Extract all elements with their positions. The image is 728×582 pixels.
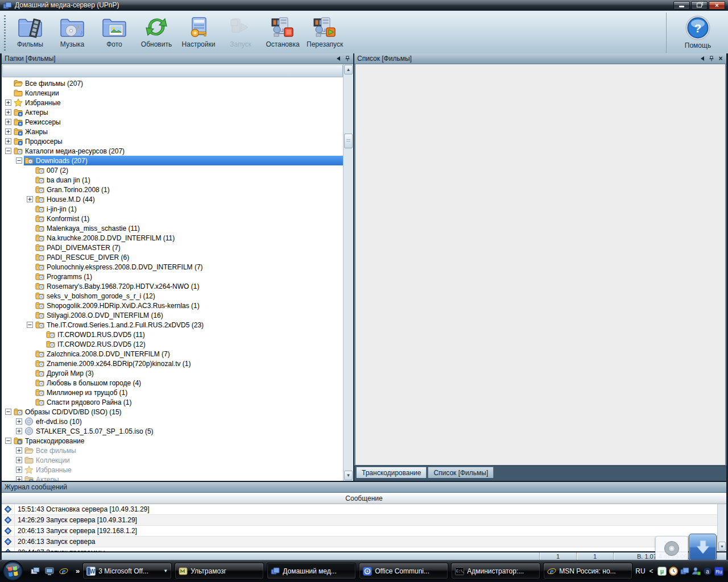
language-indicator[interactable]: RU — [635, 567, 645, 575]
tree-item-content[interactable]: IT.CROWD2.RUS.DVD5 (12) — [46, 339, 344, 349]
tree-item-content[interactable]: Транскодирование — [13, 436, 344, 446]
tree-expander-icon[interactable] — [5, 119, 13, 125]
tree-item-content[interactable]: Коллекции — [24, 455, 344, 465]
tree-item[interactable]: Konformist (1) — [2, 214, 344, 223]
tree-item[interactable]: Все фильмы (207) — [2, 78, 344, 88]
tree-expander-icon[interactable] — [16, 476, 24, 481]
tree-item-content[interactable]: Все фильмы — [24, 446, 344, 455]
tree-item-content[interactable]: Режиссеры — [13, 117, 344, 127]
tree-item-content[interactable]: Коллекции — [13, 88, 344, 98]
tree-item[interactable]: seks_v_bolshom_gorode_s_r_i (12) — [2, 291, 344, 301]
scroll-up-icon[interactable]: ▲ — [344, 65, 353, 74]
tray-tray-clock-icon[interactable] — [669, 567, 678, 576]
tree-item[interactable]: Миллионер из трущоб (1) — [2, 388, 344, 397]
collapse-left-icon[interactable] — [336, 56, 341, 61]
tree-item-content[interactable]: The.IT.Crowd.Series.1.and.2.Full.RUS.2xD… — [35, 320, 344, 330]
tree-item-content[interactable]: Любовь в большом городе (4) — [35, 378, 344, 388]
quick-launch-more-chevron[interactable]: » — [76, 567, 80, 575]
tree-expander-icon[interactable] — [16, 418, 24, 425]
media-list-area[interactable] — [355, 64, 726, 465]
tree-item[interactable]: 007 (2) — [2, 165, 344, 175]
tree-item-content[interactable]: Все фильмы (207) — [13, 78, 344, 88]
tree-expander-icon[interactable] — [5, 109, 13, 115]
toolbar-button-music[interactable]: ♪♪ Музыка — [51, 13, 93, 48]
tray-a-circle-icon[interactable]: a — [703, 567, 712, 576]
tree-item[interactable]: Znamenie.2009.x264.BDRip(720p)kinozal.tv… — [2, 359, 344, 368]
tree-item[interactable]: Другой Мир (3) — [2, 368, 344, 378]
toolbar-button-movies[interactable]: Фильмы — [9, 13, 51, 48]
pin-icon[interactable] — [709, 56, 714, 61]
scroll-down-icon[interactable]: ▼ — [344, 471, 353, 480]
tree-item-content[interactable]: Избранные — [24, 465, 344, 475]
tree-item[interactable]: Продюсеры — [2, 136, 344, 146]
tray-utorrent-icon[interactable]: µ — [657, 567, 667, 576]
tree-item-selected[interactable]: Downloads (207) — [24, 156, 344, 165]
tree-item[interactable]: Programms (1) — [2, 272, 344, 281]
log-row[interactable]: 20:44:07 Запуск программы — [2, 547, 726, 552]
tree-item-content[interactable]: Gran.Torino.2008 (1) — [35, 185, 344, 194]
taskbar-button-cmd[interactable]: C:\_ Администратор:... — [451, 563, 540, 579]
taskbar-button-ultra[interactable]: Ультрамозг — [175, 563, 264, 579]
tree-item-content[interactable]: Каталоги медиа-ресурсов (207) — [13, 146, 344, 156]
tree-item[interactable]: efr-dvd.iso (10) — [2, 417, 344, 426]
tree-item-content[interactable]: i-jin-jin (1) — [35, 204, 344, 214]
disc-overlay-button[interactable] — [655, 536, 688, 561]
log-row[interactable]: 14:26:29 Запуск сервера [10.49.31.29] — [2, 515, 726, 526]
tree-item[interactable]: Stilyagi.2008.O.DVD_INTERFILM (16) — [2, 310, 344, 320]
tab-active[interactable]: Транскодирование — [356, 467, 427, 478]
tree-expander-icon[interactable] — [27, 322, 35, 328]
tree-item-content[interactable]: Другой Мир (3) — [35, 368, 344, 378]
tree-expander-icon[interactable] — [16, 467, 24, 473]
tree-item-content[interactable]: Rosemary's.Baby.1968.720p.HDTV.x264-NWO … — [35, 281, 344, 291]
tree-item[interactable]: i-jin-jin (1) — [2, 204, 344, 214]
collapse-right-icon[interactable] — [700, 56, 705, 61]
tree-item-content[interactable]: Polunochniy.ekspress.2008.D.DVD_INTERFIL… — [35, 262, 344, 272]
tree-item-content[interactable]: Zalozhnica.2008.D.DVD_INTERFILM (7) — [35, 349, 344, 359]
tree-item-content[interactable]: Znamenie.2009.x264.BDRip(720p)kinozal.tv… — [35, 359, 344, 368]
pin-icon[interactable] — [345, 56, 350, 61]
tree-item[interactable]: Na.kruchke.2008.D.DVD_INTERFILM (11) — [2, 233, 344, 243]
tree-item[interactable]: PADI_DIVEMASTER (7) — [2, 243, 344, 252]
toolbar-button-refresh[interactable]: Обновить — [135, 13, 177, 48]
tree-item[interactable]: Downloads (207) — [2, 156, 344, 165]
scroll-thumb[interactable] — [344, 134, 353, 148]
tree-expander-icon[interactable] — [16, 157, 24, 164]
tree-item[interactable]: Избранные — [2, 465, 344, 475]
tree-expander-icon[interactable] — [16, 457, 24, 463]
tree-expander-icon[interactable] — [5, 438, 13, 444]
tree-item-content[interactable]: Миллионер из трущоб (1) — [35, 388, 344, 397]
tray-ru-badge-icon[interactable]: Ru — [714, 567, 723, 576]
tree-item[interactable]: Коллекции — [2, 455, 344, 465]
log-row[interactable]: 15:51:43 Остановка сервера [10.49.31.29] — [2, 504, 726, 515]
tree-scrollbar[interactable]: ▲ ▼ — [343, 64, 353, 481]
tree-expander-icon[interactable] — [27, 196, 35, 202]
tree-item-content[interactable]: Stilyagi.2008.O.DVD_INTERFILM (16) — [35, 310, 344, 320]
tree-item-content[interactable]: Актеры — [13, 107, 344, 117]
scroll-down-icon[interactable]: ▼ — [718, 542, 726, 551]
toolbar-button-photo[interactable]: Фото — [93, 13, 135, 48]
quicklaunch-desktop-icon[interactable] — [31, 567, 40, 576]
tree-item-content[interactable]: ba duan jin (1) — [35, 175, 344, 185]
tree-item[interactable]: The.IT.Crowd.Series.1.and.2.Full.RUS.2xD… — [2, 320, 344, 330]
tree-item[interactable]: Актеры — [2, 107, 344, 117]
tree-item-content[interactable]: Na.kruchke.2008.D.DVD_INTERFILM (11) — [35, 233, 344, 243]
quicklaunch-display-icon[interactable] — [45, 567, 54, 576]
tree-item-content[interactable]: Актеры — [24, 475, 344, 481]
log-row[interactable]: 20:46:13 Запуск сервера — [2, 537, 726, 547]
tree-item-content[interactable]: Konformist (1) — [35, 214, 344, 223]
tray-person-icon[interactable] — [692, 567, 701, 576]
tree-item[interactable]: Все фильмы — [2, 446, 344, 455]
tree-expander-icon[interactable] — [5, 128, 13, 135]
restore-button[interactable] — [691, 1, 708, 10]
tree-item[interactable]: Избранные — [2, 98, 344, 107]
tree-expander-icon[interactable] — [16, 447, 24, 454]
tree-item[interactable]: PADI_RESCUE_DIVER (6) — [2, 252, 344, 262]
tree-item[interactable]: ba duan jin (1) — [2, 175, 344, 185]
tree-item-content[interactable]: efr-dvd.iso (10) — [24, 417, 344, 426]
tree-item[interactable]: Спасти рядового Райна (1) — [2, 397, 344, 407]
tree-item[interactable]: Zalozhnica.2008.D.DVD_INTERFILM (7) — [2, 349, 344, 359]
tree-item[interactable]: House.M.D (44) — [2, 194, 344, 204]
tree-item[interactable]: STALKER_CS_1.5.07_SP_1.05.iso (5) — [2, 426, 344, 436]
taskbar-button-comm[interactable]: Office Communi... — [359, 563, 448, 579]
tree-item[interactable]: IT.CROWD1.RUS.DVD5 (11) — [2, 330, 344, 339]
